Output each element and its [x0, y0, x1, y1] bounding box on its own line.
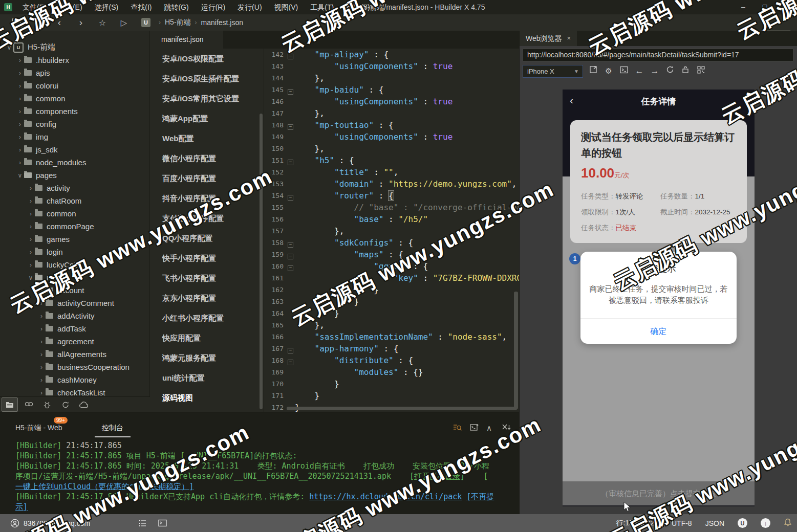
tree-item-.hbuilderx[interactable]: ›.hbuilderx [0, 54, 149, 66]
user-account-icon[interactable] [10, 519, 19, 528]
maximize-button[interactable]: □ [754, 0, 776, 14]
config-item-快应用配置[interactable]: 快应用配置 [150, 328, 264, 348]
menu-item-0[interactable]: 文件(F) [16, 0, 52, 14]
tab-web-console[interactable]: H5-前端 - Web [15, 424, 62, 433]
code-vertical-scrollbar[interactable] [514, 292, 518, 409]
menu-item-1[interactable]: 编辑(E) [52, 0, 89, 14]
code-line-169[interactable]: 169 "modules" : {} [264, 366, 520, 378]
chevron-collapsed-icon[interactable]: › [16, 57, 24, 64]
outline-list-icon[interactable] [139, 520, 147, 527]
code-line-164[interactable]: 164 } [264, 307, 520, 319]
dialog-ok-button[interactable]: 确定 [580, 319, 737, 344]
console-link[interactable]: [不再提 [466, 492, 494, 501]
chevron-collapsed-icon[interactable]: › [37, 376, 46, 384]
fold-marker-icon[interactable]: − [286, 237, 295, 249]
config-item-QQ小程序配置[interactable]: QQ小程序配置 [150, 228, 264, 248]
config-item-快手小程序配置[interactable]: 快手小程序配置 [150, 248, 264, 268]
chevron-collapsed-icon[interactable]: › [27, 210, 35, 217]
chevron-collapsed-icon[interactable]: › [16, 82, 24, 90]
chevron-collapsed-icon[interactable]: › [16, 159, 24, 166]
browser-refresh-icon[interactable] [664, 65, 676, 77]
fold-marker-icon[interactable]: − [286, 84, 295, 96]
menu-item-4[interactable]: 跳转(G) [158, 0, 195, 14]
tree-item-activity[interactable]: ›activity [0, 182, 149, 194]
fold-minus-icon[interactable]: − [288, 360, 293, 365]
qrcode-icon[interactable] [695, 65, 707, 77]
tree-item-agreement[interactable]: ›agreement [0, 335, 149, 348]
nav-forward-icon[interactable]: › [76, 17, 86, 28]
chevron-collapsed-icon[interactable]: › [37, 287, 46, 294]
console-terminal-icon[interactable] [618, 65, 630, 77]
tree-item-addTask[interactable]: ›addTask [0, 322, 149, 335]
fold-marker-icon[interactable]: − [286, 154, 295, 166]
code-line-168[interactable]: 168− "distribute" : { [264, 354, 520, 366]
code-line-163[interactable]: 163 } [264, 296, 520, 307]
code-line-165[interactable]: 165 }, [264, 319, 520, 331]
uni-app-icon[interactable]: U [738, 518, 747, 528]
code-line-153[interactable]: 153 "domain" : "https://demo.yungzs.com"… [264, 178, 520, 190]
fold-marker-icon[interactable]: − [286, 249, 295, 260]
tree-item-js_sdk[interactable]: ›js_sdk [0, 143, 149, 156]
chevron-expanded-icon[interactable]: ∨ [27, 274, 35, 281]
tree-item-commonPage[interactable]: ›commonPage [0, 220, 149, 233]
account-email[interactable]: 836706661@qq.com [24, 519, 90, 527]
tree-item-luckyCoin[interactable]: ›luckyCoin [0, 258, 149, 271]
chevron-collapsed-icon[interactable]: › [37, 389, 46, 396]
chevron-expanded-icon[interactable]: ∨ [16, 172, 24, 179]
browser-back-icon[interactable]: ← [633, 65, 645, 77]
tab-console[interactable]: 控制台 [95, 424, 131, 437]
save-icon[interactable] [33, 18, 43, 28]
config-item-安卓/iOS原生插件配置[interactable]: 安卓/iOS原生插件配置 [150, 69, 264, 88]
console-link[interactable]: 打开所在目录 [414, 472, 460, 481]
config-item-鸿蒙元服务配置[interactable]: 鸿蒙元服务配置 [150, 348, 264, 368]
tree-item-login[interactable]: ›login [0, 246, 149, 258]
tree-item-apis[interactable]: ›apis [0, 66, 149, 79]
code-line-143[interactable]: 143 "usingComponents" : true [264, 60, 520, 72]
fold-minus-icon[interactable]: − [288, 54, 293, 59]
code-line-147[interactable]: 147 }, [264, 107, 520, 119]
browser-tab-close-icon[interactable]: × [567, 31, 571, 46]
chevron-collapsed-icon[interactable]: › [37, 300, 46, 307]
search-view-icon[interactable] [21, 398, 36, 411]
chevron-collapsed-icon[interactable]: › [27, 236, 35, 243]
fold-minus-icon[interactable]: − [288, 265, 293, 271]
fold-marker-icon[interactable]: − [286, 260, 295, 272]
chevron-collapsed-icon[interactable]: › [27, 197, 35, 205]
fold-minus-icon[interactable]: − [288, 124, 293, 130]
chevron-collapsed-icon[interactable]: › [16, 108, 24, 115]
device-select[interactable]: iPhone X ▼ [523, 65, 583, 78]
fold-minus-icon[interactable]: − [288, 195, 293, 201]
chevron-collapsed-icon[interactable]: › [27, 223, 35, 230]
tree-item-main[interactable]: ∨main [0, 271, 149, 284]
config-item-飞书小程序配置[interactable]: 飞书小程序配置 [150, 268, 264, 288]
config-item-支付宝小程序配置[interactable]: 支付宝小程序配置 [150, 208, 264, 228]
code-line-158[interactable]: 158− "sdkConfigs" : { [264, 237, 520, 249]
tree-item-games[interactable]: ›games [0, 233, 149, 246]
chevron-collapsed-icon[interactable]: › [37, 313, 46, 320]
clear-console-icon[interactable] [502, 424, 511, 433]
config-item-源码视图[interactable]: 源码视图 [150, 388, 264, 408]
code-line-148[interactable]: 148− "mp-toutiao" : { [264, 119, 520, 131]
fold-minus-icon[interactable]: − [288, 160, 293, 165]
code-line-157[interactable]: 157 }, [264, 225, 520, 237]
chevron-collapsed-icon[interactable]: › [37, 351, 46, 358]
chevron-collapsed-icon[interactable]: › [37, 338, 46, 345]
console-link[interactable]: https://hx.dcloud.net.cn/cli/pack [309, 492, 462, 501]
open-external-icon[interactable] [587, 65, 599, 77]
code-line-152[interactable]: 152 "title" : "", [264, 166, 520, 178]
url-bar[interactable]: http://localhost:8080/h5/#/pages/main/ta… [523, 49, 793, 61]
minimize-button[interactable]: – [733, 0, 754, 14]
code-line-161[interactable]: 161 "key" : "7G7BZ-FROWW-DDXRG-R [264, 272, 520, 284]
code-line-142[interactable]: 142− "mp-alipay" : { [264, 49, 520, 60]
debug-view-icon[interactable] [39, 398, 55, 411]
notification-bell-icon[interactable] [784, 518, 792, 528]
chevron-collapsed-icon[interactable]: › [16, 121, 24, 128]
tree-item-allAgreements[interactable]: ›allAgreements [0, 348, 149, 361]
menu-item-2[interactable]: 选择(S) [89, 0, 125, 14]
config-item-京东小程序配置[interactable]: 京东小程序配置 [150, 288, 264, 308]
tree-item-businessCooperation[interactable]: ›businessCooperation [0, 361, 149, 373]
tree-item-pages[interactable]: ∨pages [0, 169, 149, 182]
code-line-162[interactable]: 162 } [264, 284, 520, 296]
code-line-167[interactable]: 167− "app-harmony" : { [264, 343, 520, 354]
chevron-collapsed-icon[interactable]: › [16, 146, 24, 153]
